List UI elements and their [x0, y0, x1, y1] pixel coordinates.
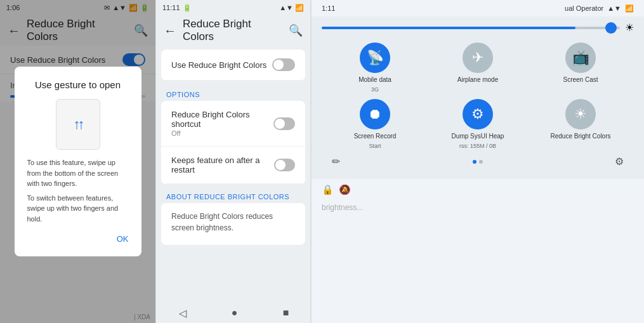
keeps-title: Keeps feature on after a restart: [171, 155, 274, 175]
notif-area: 🔒 🔕: [312, 179, 644, 201]
operator-label: ual Operator: [565, 4, 603, 12]
battery-icon-2: 🔋: [183, 4, 192, 12]
screen-record-sub: Start: [369, 143, 381, 149]
lock-icon: 🔒: [322, 184, 334, 195]
panel-2: 11:11 🔋 ▲▼ 📶 ← Reduce Bright Colors 🔍 Us…: [155, 0, 311, 323]
status-bar-3: 1:11 ual Operator ▲▼ 📶: [312, 0, 644, 16]
about-header: ABOUT REDUCE BRIGHT COLORS: [156, 187, 310, 203]
qs-tiles-grid: 📡 Mobile data 3G ✈ Airplane mode 📺 Scree…: [322, 43, 634, 149]
edit-icon[interactable]: ✏: [332, 155, 340, 168]
dialog-title: Use gesture to open: [35, 79, 121, 90]
signal-icon-2: 📶: [295, 4, 304, 12]
dump-sysui-icon: ⚙: [463, 99, 493, 129]
gesture-arrows-icon: ↑↑: [74, 116, 82, 133]
about-text: Reduce Bright Colors reduces screen brig…: [161, 203, 305, 241]
time-2: 11:11: [162, 4, 180, 11]
options-header: OPTIONS: [156, 84, 310, 101]
signal-icon-3: 📶: [625, 4, 634, 13]
dialog-text-1: To use this feature, swipe up from the b…: [27, 157, 129, 189]
shortcut-sub: Off: [171, 129, 273, 137]
screencast-icon: 📺: [565, 43, 596, 73]
airplane-label: Airplane mode: [457, 76, 498, 84]
screen-record-icon: ⏺: [360, 99, 390, 129]
dump-sysui-label: Dump SysUI Heap: [452, 132, 504, 140]
shortcut-info: Reduce Bright Colors shortcut Off: [171, 110, 273, 137]
toggle-shortcut[interactable]: [273, 117, 295, 130]
dialog-text-2: To switch between features, swipe up wit…: [27, 193, 129, 225]
use-card: Use Reduce Bright Colors: [161, 49, 305, 81]
gesture-image: ↑↑: [56, 99, 100, 150]
toggle-reduce-2[interactable]: [272, 58, 295, 71]
mute-icon: 🔕: [339, 184, 351, 195]
wifi-icon-3: ▲▼: [607, 4, 621, 12]
keeps-info: Keeps feature on after a restart: [171, 155, 274, 175]
qs-tile-screencast[interactable]: 📺 Screen Cast: [532, 43, 629, 93]
status-bar-2: 11:11 🔋 ▲▼ 📶: [156, 0, 310, 15]
use-reduce-row-2[interactable]: Use Reduce Bright Colors: [161, 49, 305, 81]
reduce-bright-label: Reduce Bright Colors: [550, 132, 610, 140]
brightness-hint: brightness...: [312, 201, 644, 214]
qs-tile-dump-sysui[interactable]: ⚙ Dump SysUI Heap rss: 155M / 0B: [430, 99, 526, 149]
qs-actions-row: ✏ ⚙: [322, 149, 634, 171]
gesture-dialog-overlay: Use gesture to open ↑↑ To use this featu…: [0, 0, 155, 323]
mobile-data-label: Mobile data: [358, 76, 391, 84]
brightness-thumb[interactable]: [605, 22, 617, 34]
screencast-label: Screen Cast: [563, 76, 598, 84]
dialog-ok-button[interactable]: OK: [117, 234, 129, 244]
page-title-2: Reduce Bright Colors: [183, 18, 282, 43]
brightness-fill: [322, 27, 575, 29]
nav-recents-2[interactable]: ■: [283, 307, 289, 319]
mobile-data-sub: 3G: [371, 86, 379, 93]
qs-tile-screen-record[interactable]: ⏺ Screen Record Start: [327, 99, 423, 149]
gesture-dialog: Use gesture to open ↑↑ To use this featu…: [15, 67, 141, 256]
brightness-slider[interactable]: [322, 27, 620, 29]
shortcut-row[interactable]: Reduce Bright Colors shortcut Off: [161, 101, 305, 147]
back-button-2[interactable]: ←: [164, 23, 176, 38]
nav-home-2[interactable]: ●: [232, 307, 238, 319]
dump-sysui-sub: rss: 155M / 0B: [459, 143, 496, 149]
panel-1: 1:06 ✉ ▲▼ 📶 🔋 ← Reduce Bright Colors 🔍 U…: [0, 0, 155, 323]
qs-tile-airplane[interactable]: ✈ Airplane mode: [430, 43, 526, 93]
brightness-row: ☀: [322, 22, 634, 34]
toolbar-2: ← Reduce Bright Colors 🔍: [156, 15, 310, 46]
mobile-data-icon: 📡: [360, 43, 390, 73]
use-reduce-label-2: Use Reduce Bright Colors: [171, 60, 266, 70]
search-icon-2[interactable]: 🔍: [289, 23, 303, 37]
screen-record-label: Screen Record: [354, 132, 397, 140]
brightness-icon: ☀: [625, 22, 634, 34]
qs-dots: [473, 160, 483, 164]
time-3: 1:11: [322, 4, 335, 12]
reduce-bright-icon: ☀: [565, 99, 596, 129]
qs-dot-1: [473, 160, 476, 164]
panel-3: 1:11 ual Operator ▲▼ 📶 ☀ 📡 Mobile data 3…: [311, 0, 644, 323]
qs-tile-mobile-data[interactable]: 📡 Mobile data 3G: [327, 43, 423, 93]
keeps-row[interactable]: Keeps feature on after a restart: [161, 147, 305, 184]
nav-bar-2: ◁ ● ■: [156, 303, 311, 323]
qs-dot-2: [479, 160, 483, 164]
nav-back-2[interactable]: ◁: [179, 307, 187, 319]
shortcut-title: Reduce Bright Colors shortcut: [171, 110, 273, 129]
toggle-keeps[interactable]: [274, 159, 295, 171]
quick-settings-panel: ☀ 📡 Mobile data 3G ✈ Airplane mode 📺 Scr…: [312, 16, 644, 179]
qs-tile-reduce-bright[interactable]: ☀ Reduce Bright Colors: [532, 99, 629, 149]
airplane-icon: ✈: [463, 43, 493, 73]
settings-icon[interactable]: ⚙: [615, 155, 624, 168]
wifi-icon-2: ▲▼: [279, 4, 293, 11]
